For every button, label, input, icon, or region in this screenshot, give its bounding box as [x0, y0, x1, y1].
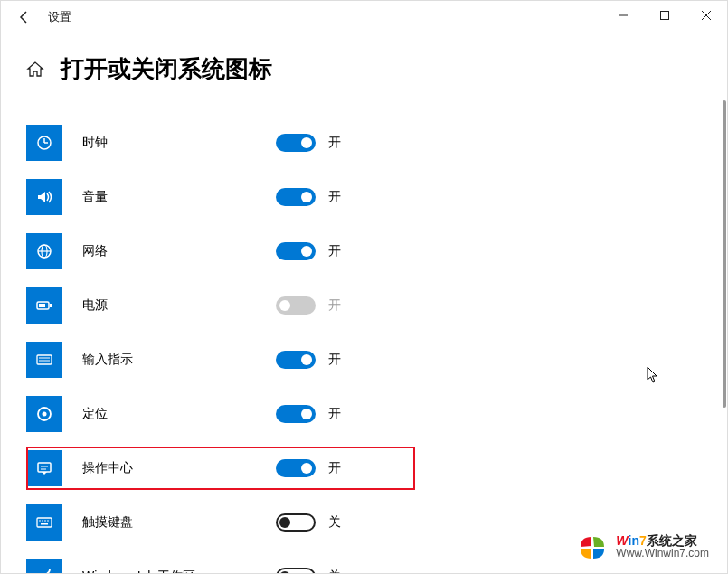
svg-rect-21: [37, 518, 52, 527]
svg-point-24: [44, 520, 46, 522]
setting-label: 网络: [82, 243, 276, 259]
mouse-cursor-icon: [647, 366, 659, 384]
svg-rect-12: [39, 304, 45, 307]
clock-icon: [26, 125, 62, 161]
network-icon: [26, 233, 62, 269]
toggle-switch[interactable]: [276, 459, 316, 477]
toggle-state-label: 关: [328, 569, 341, 573]
setting-row: 定位开: [26, 387, 702, 441]
toggle-switch[interactable]: [276, 513, 316, 532]
setting-label: 定位: [82, 406, 276, 422]
toggle-state-label: 开: [328, 297, 341, 314]
setting-label: 音量: [82, 189, 276, 205]
svg-rect-1: [661, 12, 669, 20]
svg-rect-11: [50, 304, 52, 307]
setting-label: 输入指示: [82, 352, 276, 368]
toggle-state-label: 开: [328, 406, 341, 422]
setting-row: 电源开: [26, 278, 702, 333]
svg-point-22: [39, 520, 41, 522]
watermark-url: Www.Winwin7.com: [616, 548, 709, 560]
window-title: 设置: [48, 9, 71, 25]
location-icon: [26, 396, 62, 432]
ink-icon: [26, 559, 62, 573]
home-icon[interactable]: [26, 61, 44, 79]
toggle-switch[interactable]: [276, 134, 316, 152]
back-button[interactable]: [5, 1, 44, 33]
scrollbar[interactable]: [723, 100, 726, 408]
action-icon: [26, 450, 62, 486]
setting-row: 网络开: [26, 224, 702, 278]
toggle-switch[interactable]: [276, 242, 316, 260]
maximize-button[interactable]: [644, 1, 685, 30]
setting-label: 电源: [82, 297, 276, 314]
keyboard-icon: [26, 342, 62, 378]
setting-label: 时钟: [82, 135, 276, 151]
toggle-switch[interactable]: [276, 405, 316, 423]
touchkb-icon: [26, 504, 62, 541]
svg-point-17: [43, 412, 47, 417]
toggle-state-label: 关: [328, 514, 341, 531]
watermark-logo-icon: [578, 532, 609, 562]
volume-icon: [26, 179, 62, 215]
minimize-button[interactable]: [602, 1, 644, 30]
setting-label: 触摸键盘: [82, 514, 276, 531]
toggle-switch[interactable]: [276, 568, 316, 573]
setting-row: 输入指示开: [26, 333, 702, 387]
toggle-state-label: 开: [328, 135, 341, 151]
toggle-state-label: 开: [328, 189, 341, 205]
svg-rect-18: [38, 463, 51, 472]
setting-label: 操作中心: [82, 460, 276, 476]
svg-point-23: [42, 520, 43, 522]
watermark: Win7系统之家 Www.Winwin7.com: [578, 532, 709, 562]
setting-row: 操作中心开: [26, 441, 702, 495]
page-title: 打开或关闭系统图标: [61, 53, 272, 85]
setting-row: 时钟开: [26, 116, 702, 170]
close-button[interactable]: [685, 1, 727, 30]
svg-point-25: [47, 520, 49, 522]
back-arrow-icon: [17, 10, 32, 24]
setting-label: Windows Ink 工作区: [82, 569, 276, 573]
toggle-switch: [276, 296, 316, 315]
svg-rect-26: [41, 523, 48, 525]
toggle-switch[interactable]: [276, 188, 316, 206]
toggle-state-label: 开: [328, 460, 341, 476]
power-icon: [26, 287, 62, 324]
setting-row: 音量开: [26, 170, 702, 224]
toggle-state-label: 开: [328, 352, 341, 368]
svg-rect-13: [37, 355, 52, 364]
toggle-state-label: 开: [328, 243, 341, 259]
toggle-switch[interactable]: [276, 351, 316, 369]
content-area: 打开或关闭系统图标 时钟开音量开网络开电源开输入指示开定位开操作中心开触摸键盘关…: [1, 33, 727, 573]
